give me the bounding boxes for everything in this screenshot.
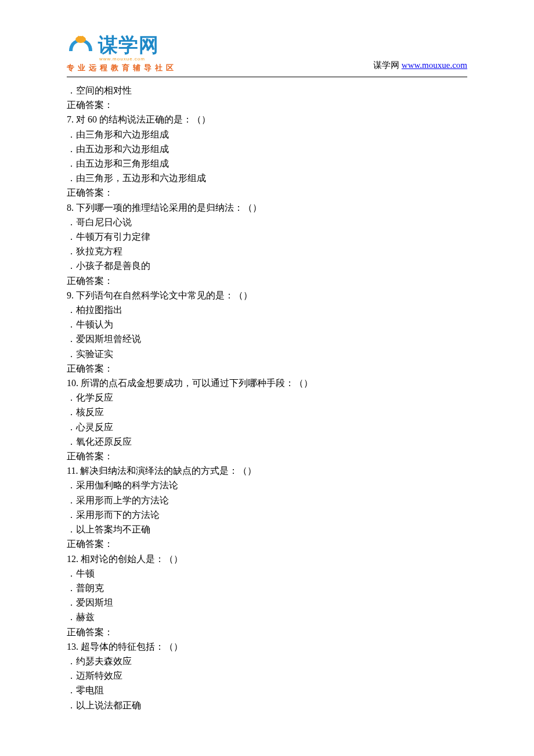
text-line: ．实验证实 [67,347,467,361]
page-container: 谋学网 www.mouxue.com 专业远程教育辅导社区 谋学网 www.mo… [0,0,534,736]
text-line: ．狄拉克方程 [67,244,467,258]
header-right-label: 谋学网 [373,60,402,70]
text-line: ．核反应 [67,405,467,419]
logo-icon [67,34,95,57]
text-line: 7. 对 60 的结构说法正确的是：（） [67,112,467,127]
text-line: ．由五边形和三角形组成 [67,156,467,171]
logo-text-block: 谋学网 [98,32,159,59]
header-link[interactable]: www.mouxue.com [402,60,467,70]
text-line: ．牛顿 [67,566,467,581]
text-line: ．爱因斯坦曾经说 [67,332,467,346]
text-line: ．柏拉图指出 [67,303,467,317]
header-divider [67,77,467,77]
text-line: 正确答案： [67,537,467,551]
text-line: 正确答案： [67,449,467,463]
text-line: ．采用伽利略的科学方法论 [67,478,467,492]
text-line: 8. 下列哪一项的推理结论采用的是归纳法：（） [67,200,467,215]
text-line: ．哥白尼日心说 [67,215,467,229]
text-line: ．由三角形，五边形和六边形组成 [67,171,467,185]
page-header: 谋学网 www.mouxue.com 专业远程教育辅导社区 谋学网 www.mo… [67,32,467,73]
text-line: 12. 相对论的创始人是：（） [67,552,467,566]
logo-title: 谋学网 [98,32,159,59]
text-line: 10. 所谓的点石成金想要成功，可以通过下列哪种手段：（） [67,376,467,390]
text-line: ．由五边形和六边形组成 [67,142,467,156]
text-line: 正确答案： [67,361,467,376]
text-line: ．采用形而下的方法论 [67,507,467,522]
text-line: ．心灵反应 [67,420,467,434]
logo-subtext: www.mouxue.com [99,56,145,62]
text-line: ．采用形而上学的方法论 [67,493,467,507]
text-line: 11. 解决归纳法和演绎法的缺点的方式是：（） [67,463,467,478]
text-line: ．迈斯特效应 [67,668,467,683]
text-line: ．爱因斯坦 [67,595,467,610]
text-line: ．赫兹 [67,610,467,624]
text-line: 正确答案： [67,185,467,200]
text-line: ．小孩子都是善良的 [67,258,467,273]
text-line: 正确答案： [67,273,467,288]
logo-tagline: 专业远程教育辅导社区 [67,63,177,73]
text-line: 正确答案： [67,625,467,639]
text-line: ．牛顿万有引力定律 [67,229,467,244]
text-line: 13. 超导体的特征包括：（） [67,639,467,654]
text-line: ．空间的相对性 [67,83,467,98]
text-line: ．牛顿认为 [67,317,467,332]
text-line: ．约瑟夫森效应 [67,654,467,668]
text-line: 9. 下列语句在自然科学论文中常见的是：（） [67,288,467,303]
document-content: ．空间的相对性 正确答案： 7. 对 60 的结构说法正确的是：（） ．由三角形… [67,83,467,712]
text-line: ．普朗克 [67,581,467,595]
text-line: ．以上答案均不正确 [67,522,467,537]
text-line: ．以上说法都正确 [67,698,467,712]
header-right: 谋学网 www.mouxue.com [373,60,467,73]
text-line: 正确答案： [67,98,467,112]
text-line: ．化学反应 [67,390,467,405]
text-line: ．零电阻 [67,683,467,697]
text-line: ．氧化还原反应 [67,434,467,449]
logo-area: 谋学网 www.mouxue.com 专业远程教育辅导社区 [67,32,177,73]
logo-top-row: 谋学网 [67,32,159,59]
text-line: ．由三角形和六边形组成 [67,127,467,142]
